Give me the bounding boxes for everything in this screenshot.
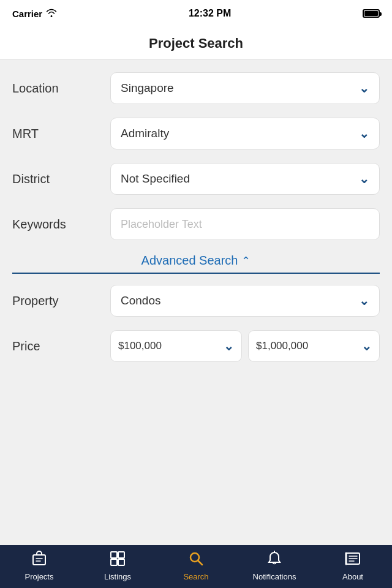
advanced-search-row: Advanced Search ⌃ — [12, 254, 380, 268]
carrier-label: Carrier — [12, 9, 42, 19]
status-bar-right — [363, 9, 380, 18]
location-label: Location — [12, 81, 110, 96]
svg-line-8 — [198, 560, 203, 565]
location-chevron-icon: ⌄ — [359, 81, 369, 96]
district-row: District Not Specified ⌄ — [12, 163, 380, 195]
main-content: Location Singapore ⌄ MRT Admiralty ⌄ Dis… — [0, 60, 392, 545]
mrt-dropdown[interactable]: Admiralty ⌄ — [110, 118, 380, 149]
location-row: Location Singapore ⌄ — [12, 72, 380, 104]
battery-icon — [363, 9, 380, 18]
tab-search[interactable]: Search — [157, 545, 235, 588]
price-max-chevron-icon: ⌄ — [361, 339, 372, 353]
about-icon — [344, 550, 361, 570]
price-max-dropdown[interactable]: $1,000,000 ⌄ — [248, 330, 380, 362]
price-row: Price $100,000 ⌄ $1,000,000 ⌄ — [12, 330, 380, 362]
svg-rect-5 — [111, 559, 117, 565]
tab-search-label: Search — [183, 572, 208, 581]
tab-projects-label: Projects — [25, 572, 54, 581]
price-controls: $100,000 ⌄ $1,000,000 ⌄ — [110, 330, 380, 362]
status-bar-time: 12:32 PM — [189, 8, 231, 19]
property-label: Property — [12, 294, 110, 308]
district-chevron-icon: ⌄ — [359, 172, 369, 186]
advanced-search-button[interactable]: Advanced Search ⌃ — [141, 254, 251, 268]
price-label: Price — [12, 339, 110, 353]
projects-icon — [31, 550, 48, 570]
search-icon — [187, 550, 205, 570]
price-min-value: $100,000 — [118, 340, 162, 352]
section-divider — [12, 273, 380, 274]
tab-listings[interactable]: Listings — [78, 545, 157, 588]
tab-projects[interactable]: Projects — [0, 545, 78, 588]
tab-about-label: About — [342, 572, 363, 581]
price-max-value: $1,000,000 — [256, 340, 308, 352]
district-label: District — [12, 172, 110, 186]
keywords-input[interactable] — [110, 208, 380, 240]
status-bar: Carrier 12:32 PM — [0, 0, 392, 27]
mrt-chevron-icon: ⌄ — [359, 126, 369, 141]
page-title: Project Search — [149, 36, 243, 51]
wifi-icon — [46, 9, 57, 19]
property-row: Property Condos ⌄ — [12, 285, 380, 317]
svg-rect-3 — [111, 552, 117, 558]
district-value: Not Specified — [121, 172, 190, 186]
nav-header: Project Search — [0, 27, 392, 60]
tab-listings-label: Listings — [104, 572, 131, 581]
district-dropdown[interactable]: Not Specified ⌄ — [110, 163, 380, 195]
advanced-search-label: Advanced Search — [141, 254, 238, 268]
property-chevron-icon: ⌄ — [359, 293, 369, 308]
tab-notifications[interactable]: Notifications — [235, 545, 314, 588]
svg-rect-4 — [118, 552, 124, 558]
mrt-row: MRT Admiralty ⌄ — [12, 118, 380, 149]
svg-rect-0 — [33, 555, 45, 565]
keywords-row: Keywords — [12, 208, 380, 240]
property-dropdown[interactable]: Condos ⌄ — [110, 285, 380, 317]
tab-bar: Projects Listings Search — [0, 545, 392, 588]
notifications-icon — [266, 550, 283, 570]
property-value: Condos — [121, 294, 161, 307]
tab-notifications-label: Notifications — [253, 572, 296, 581]
price-min-chevron-icon: ⌄ — [224, 339, 234, 353]
location-dropdown[interactable]: Singapore ⌄ — [110, 72, 380, 104]
svg-rect-6 — [118, 559, 124, 565]
listings-icon — [109, 550, 126, 570]
location-value: Singapore — [121, 81, 174, 95]
advanced-search-chevron-icon: ⌃ — [241, 254, 251, 268]
tab-about[interactable]: About — [314, 545, 392, 588]
price-min-dropdown[interactable]: $100,000 ⌄ — [110, 330, 242, 362]
keywords-label: Keywords — [12, 217, 110, 232]
mrt-value: Admiralty — [121, 127, 169, 140]
mrt-label: MRT — [12, 127, 110, 141]
status-bar-left: Carrier — [12, 9, 57, 19]
